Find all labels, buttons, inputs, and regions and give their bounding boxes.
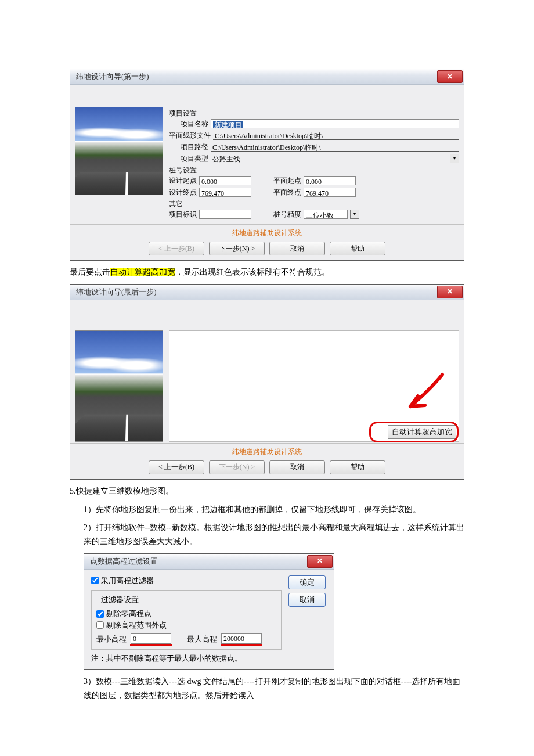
min-elev-input[interactable]: [131, 633, 171, 644]
field-proj-name[interactable]: 新建项目: [211, 119, 459, 128]
wizard-last-step-dialog: 纬地设计向导(最后一步) ✕ 自动计算超高加宽 纬地道路辅助设计系统 < 上一步…: [70, 284, 464, 480]
field-proj-path[interactable]: C:\Users\Administrator\Desktop\临时\: [211, 142, 459, 152]
checkbox-icon[interactable]: [91, 577, 99, 584]
checkbox-icon[interactable]: [96, 610, 104, 618]
field-stake-prec[interactable]: 三位小数: [304, 210, 348, 219]
section5-p1: 1）先将你地形图复制一份出来，把边框和其他的都删掉，仅留下地形线即可，保存关掉该…: [70, 503, 464, 517]
cancel-button[interactable]: 取消: [269, 242, 325, 255]
next-button[interactable]: 下一步(N) >: [209, 460, 265, 474]
field-design-end[interactable]: 769.470: [199, 188, 251, 197]
label-line-file: 平面线形文件: [169, 130, 211, 141]
label-design-start: 设计起点: [169, 175, 197, 186]
section5-p2: 2）打开纬地软件--数模--新数模。根据设计地形图的推想出的最小高程和最大高程填…: [70, 521, 464, 549]
label-design-end: 设计终点: [169, 187, 197, 197]
dialog-body: 采用高程过滤器 过滤器设置 剔除零高程点 剔除高程范围外点: [84, 570, 334, 670]
wizard-step1-dialog: 纬地设计向导(第一步) ✕ 项目设置 项目名称 新建项目 平面线形文件 C:\U…: [70, 69, 464, 261]
section-other: 其它: [169, 199, 459, 209]
label-proj-name: 项目名称: [181, 118, 208, 129]
label-plane-end: 平面终点: [273, 187, 301, 197]
chevron-down-icon[interactable]: ▾: [350, 210, 359, 219]
content-panel: 自动计算超高加宽: [169, 330, 459, 442]
elevation-filter-dialog: 点数据高程过滤设置 ✕ 采用高程过滤器 过滤器设置 剔除零高程点: [84, 553, 334, 671]
dialog-body: 自动计算超高加宽: [70, 318, 464, 443]
next-button[interactable]: 下一步(N) >: [209, 242, 265, 255]
dialog-footer: 纬地道路辅助设计系统 < 上一步(B) 下一步(N) > 取消 帮助: [70, 224, 464, 260]
section5-heading: 5.快捷建立三维数模地形图。: [70, 484, 464, 498]
checkbox-icon[interactable]: [96, 621, 104, 629]
form-area: 项目设置 项目名称 新建项目 平面线形文件 C:\Users\Administr…: [169, 107, 459, 221]
close-icon[interactable]: ✕: [307, 555, 333, 568]
dialog-title: 纬地设计向导(最后一步): [73, 287, 157, 297]
system-name: 纬地道路辅助设计系统: [75, 447, 459, 457]
titlebar: 纬地设计向导(最后一步) ✕: [70, 285, 464, 300]
filter-settings-group: 过滤器设置 剔除零高程点 剔除高程范围外点 最: [91, 590, 282, 650]
cancel-button[interactable]: 取消: [269, 460, 325, 474]
close-icon[interactable]: ✕: [437, 70, 463, 83]
annotation-arrow-icon: [378, 372, 448, 424]
close-icon[interactable]: ✕: [437, 286, 463, 298]
section-stake: 桩号设置: [169, 165, 459, 175]
help-button[interactable]: 帮助: [330, 460, 385, 474]
group-title: 过滤器设置: [99, 595, 141, 605]
field-plane-start[interactable]: 0.000: [304, 176, 356, 185]
ok-button[interactable]: 确定: [288, 575, 326, 589]
remove-range-checkbox[interactable]: 剔除高程范围外点: [96, 620, 167, 631]
min-elev-label: 最小高程: [96, 634, 127, 645]
label-plane-start: 平面起点: [273, 175, 301, 186]
label-proj-path: 项目路径: [181, 142, 208, 152]
road-illustration: [75, 107, 163, 195]
help-button[interactable]: 帮助: [330, 242, 385, 255]
max-elev-input[interactable]: [221, 633, 262, 644]
field-plane-end[interactable]: 769.470: [304, 188, 356, 197]
section5-p3: 3）数模---三维数据读入---选 dwg 文件结尾的----打开刚才复制的地形…: [70, 675, 464, 703]
section-project: 项目设置: [169, 108, 459, 118]
label-proj-id: 项目标识: [169, 209, 197, 219]
dialog-body: 项目设置 项目名称 新建项目 平面线形文件 C:\Users\Administr…: [70, 102, 464, 224]
back-button[interactable]: < 上一步(B): [149, 242, 204, 255]
dialog-footer: 纬地道路辅助设计系统 < 上一步(B) 下一步(N) > 取消 帮助: [70, 443, 464, 479]
label-stake-prec: 桩号精度: [273, 209, 301, 219]
auto-calc-button[interactable]: 自动计算超高加宽: [388, 425, 456, 439]
max-elev-label: 最大高程: [187, 634, 217, 645]
titlebar: 纬地设计向导(第一步) ✕: [70, 69, 464, 85]
road-illustration: [75, 330, 163, 442]
field-design-start[interactable]: 0.000: [199, 176, 251, 185]
remove-zero-checkbox[interactable]: 剔除零高程点: [96, 609, 151, 619]
field-line-file[interactable]: C:\Users\Administrator\Desktop\临时\: [213, 131, 459, 140]
instruction-text-1: 最后要点击自动计算超高加宽，显示出现红色表示该标段有不符合规范。: [70, 265, 464, 279]
label-proj-type: 项目类型: [181, 153, 208, 164]
use-filter-checkbox[interactable]: 采用高程过滤器: [91, 575, 154, 586]
chevron-down-icon[interactable]: ▾: [450, 154, 459, 163]
system-name: 纬地道路辅助设计系统: [75, 228, 459, 238]
field-proj-type[interactable]: 公路主线: [211, 154, 448, 163]
cancel-button[interactable]: 取消: [288, 593, 326, 607]
field-proj-id[interactable]: [199, 210, 251, 219]
back-button[interactable]: < 上一步(B): [149, 460, 204, 474]
dialog-title: 纬地设计向导(第一步): [73, 71, 149, 82]
dialog-title: 点数据高程过滤设置: [86, 556, 158, 567]
filter-note: 注：其中不剔除高程等于最大最小的数据点。: [91, 653, 282, 664]
titlebar: 点数据高程过滤设置 ✕: [84, 554, 334, 570]
